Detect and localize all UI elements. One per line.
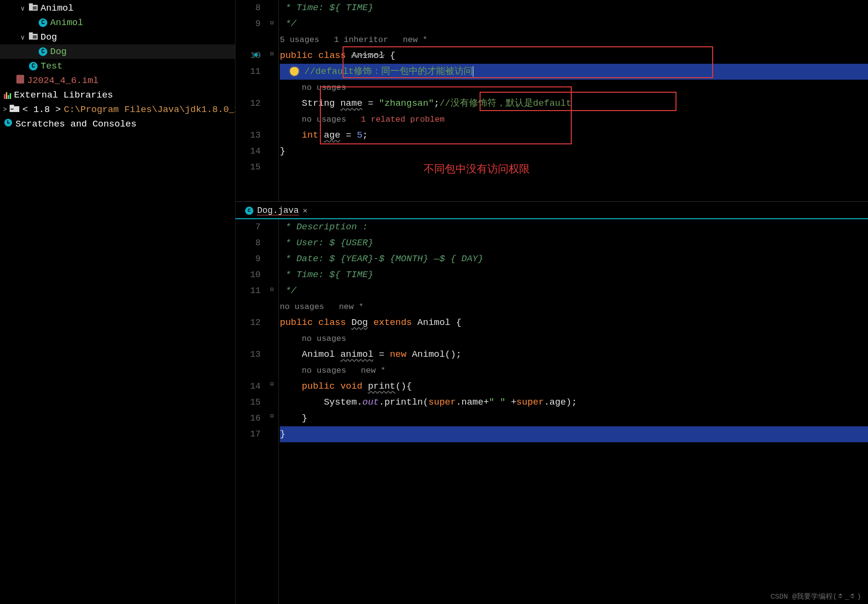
tree-item-animol-folder[interactable]: ∨ Animol (0, 1, 235, 15)
inlay-hint[interactable]: no usages (302, 115, 346, 124)
code-text: */ (280, 18, 296, 29)
tree-item-animol-class[interactable]: C Animol (0, 15, 235, 30)
tree-label: C:\Program Files\Java\jdk1.8.0_192 (64, 104, 251, 115)
fold-end-icon[interactable]: ⊟ (270, 19, 277, 26)
inlay-hint[interactable]: no usages new * (280, 302, 363, 311)
tree-item-dog-class[interactable]: C Dog (0, 44, 235, 59)
fold-column: ⊟ ⊟ ⊟ (269, 219, 279, 604)
fold-start-icon[interactable]: ⊟ (270, 380, 277, 387)
editor-dog[interactable]: 7 8 9 10 11 12 13 14 15 16 17 ⊟ ⊟ ⊟ (235, 219, 868, 604)
code-comment: //default修饰：同一包中的才能被访问 (304, 66, 474, 77)
fold-end-icon[interactable]: ⊟ (270, 412, 277, 419)
inlay-hint[interactable]: 5 usages 1 inheritor new * (280, 35, 427, 44)
tree-item-test-class[interactable]: C Test (0, 59, 235, 73)
chevron-down-icon: ∨ (19, 4, 26, 13)
code-area[interactable]: * Time: ${ TIME} */ 5 usages 1 inheritor… (280, 0, 868, 201)
watermark: CSDN @我要学编程(ಥ_ಥ) (771, 592, 861, 601)
library-icon (4, 91, 11, 99)
tree-label: Scratches and Consoles (15, 119, 137, 129)
svg-rect-1 (29, 3, 33, 6)
inlay-problem[interactable]: 1 related problem (346, 115, 444, 124)
project-tree: ∨ Animol C Animol ∨ Dog C Dog (0, 0, 235, 604)
tree: ∨ Animol C Animol ∨ Dog C Dog (0, 0, 235, 131)
code-comment: //没有修饰符，默认是default (440, 98, 572, 109)
svg-rect-9 (11, 109, 14, 110)
editors-area: 8 9 10 11 12 13 14 15 ◉↓ ⊟ ⊟ * Time: ${ … (235, 0, 868, 604)
folder-icon (29, 32, 38, 42)
chevron-right-icon: > (3, 106, 7, 113)
gutter: 8 9 10 11 12 13 14 15 (235, 0, 269, 201)
inlay-hint[interactable]: no usages (302, 334, 346, 343)
code-text: * Time: ${ TIME} (280, 2, 373, 13)
app-root: ∨ Animol C Animol ∨ Dog C Dog (0, 0, 868, 604)
class-icon: C (245, 207, 253, 215)
close-icon[interactable]: ✕ (303, 206, 307, 215)
svg-rect-5 (33, 35, 37, 39)
inlay-hint[interactable]: no usages (302, 83, 346, 92)
tree-item-external-libraries[interactable]: External Libraries (0, 88, 235, 102)
svg-rect-12 (7, 123, 10, 124)
tree-label: Animol (50, 17, 83, 28)
tree-item-dog-folder[interactable]: ∨ Dog (0, 30, 235, 44)
tab-dog-java[interactable]: C Dog.java ✕ (239, 203, 313, 218)
scratch-icon (4, 118, 13, 130)
folder-icon (10, 104, 19, 115)
annotation-text: 不同包中没有访问权限 (424, 162, 530, 176)
svg-rect-8 (10, 105, 14, 107)
tree-label: J2024_4_6.iml (27, 75, 98, 86)
file-icon (16, 75, 24, 86)
svg-rect-6 (16, 75, 24, 84)
svg-rect-2 (33, 6, 37, 10)
tree-label: Dog (50, 46, 67, 57)
inlay-hint[interactable]: no usages new * (302, 366, 386, 375)
implemented-icon[interactable]: ◉↓ (254, 50, 262, 58)
folder-icon (29, 3, 38, 14)
gutter: 7 8 9 10 11 12 13 14 15 16 17 (235, 219, 269, 604)
fold-column: ⊟ ⊟ (269, 0, 279, 201)
tree-label-pre: < 1.8 > (22, 104, 61, 115)
tab-label: Dog.java (257, 206, 299, 215)
chevron-down-icon: ∨ (19, 33, 26, 42)
tree-label: Animol (41, 3, 73, 14)
tree-item-jdk[interactable]: > < 1.8 > C:\Program Files\Java\jdk1.8.0… (0, 102, 235, 117)
fold-start-icon[interactable]: ⊟ (270, 50, 277, 57)
svg-rect-4 (29, 32, 33, 35)
class-icon: C (39, 18, 47, 27)
class-icon: C (29, 62, 38, 70)
tree-item-iml-file[interactable]: J2024_4_6.iml (0, 73, 235, 88)
fold-end-icon[interactable]: ⊟ (270, 286, 277, 293)
code-area[interactable]: * Description : * User: $ {USER} * Date:… (280, 219, 868, 604)
editor-animol[interactable]: 8 9 10 11 12 13 14 15 ◉↓ ⊟ ⊟ * Time: ${ … (235, 0, 868, 202)
intention-bulb-icon[interactable] (290, 67, 299, 76)
class-icon: C (39, 47, 47, 56)
tree-item-scratches[interactable]: Scratches and Consoles (0, 117, 235, 131)
tree-label: Test (41, 61, 63, 71)
editor-tabbar: C Dog.java ✕ (235, 202, 868, 219)
tree-label: Dog (41, 32, 57, 42)
tree-label: External Libraries (14, 90, 113, 100)
